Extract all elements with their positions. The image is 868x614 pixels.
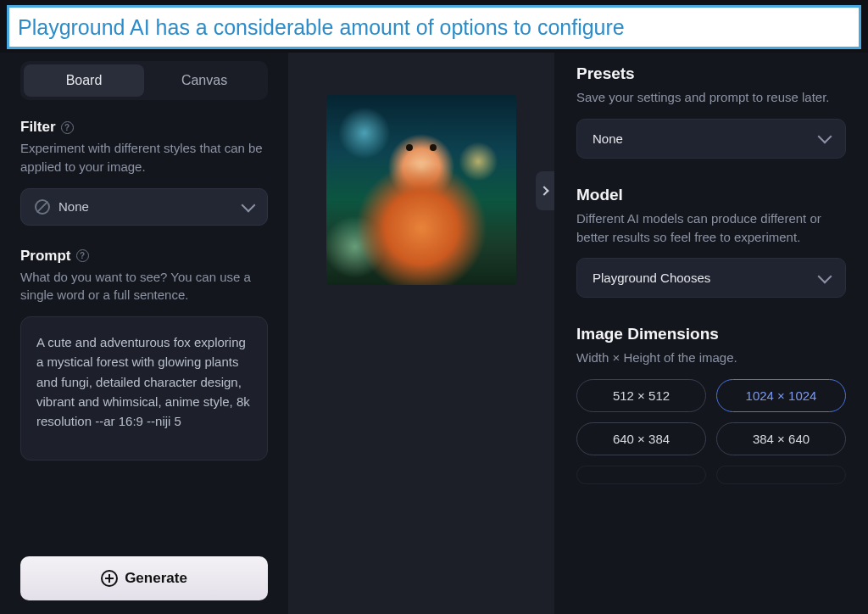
dimension-option-5[interactable] <box>716 466 846 484</box>
model-dropdown[interactable]: Playground Chooses <box>576 258 846 298</box>
filter-desc: Experiment with different styles that ca… <box>20 139 268 176</box>
filter-dropdown-left: None <box>35 199 89 215</box>
model-section: Model Different AI models can produce di… <box>576 186 846 299</box>
right-panel: Presets Save your settings and prompt to… <box>554 53 868 614</box>
help-icon[interactable]: ? <box>61 121 74 134</box>
left-panel: Board Canvas Filter ? Experiment with di… <box>0 53 288 614</box>
chevron-down-icon <box>242 198 256 212</box>
annotation-banner: Playground AI has a considerable amount … <box>7 5 861 49</box>
annotation-text: Playground AI has a considerable amount … <box>18 15 625 40</box>
tab-canvas-label: Canvas <box>181 73 227 87</box>
prompt-title: Prompt <box>20 248 71 265</box>
dimension-option-2[interactable]: 640 × 384 <box>576 422 706 455</box>
dimensions-title: Image Dimensions <box>576 325 846 343</box>
dimensions-desc: Width × Height of the image. <box>576 349 846 367</box>
filter-value: None <box>58 199 89 214</box>
generated-image[interactable] <box>326 95 516 285</box>
dimension-option-1[interactable]: 1024 × 1024 <box>716 379 846 412</box>
dimension-option-0[interactable]: 512 × 512 <box>576 379 706 412</box>
canvas-area <box>288 53 554 614</box>
prompt-label-row: Prompt ? <box>20 248 268 265</box>
filter-title: Filter <box>20 119 56 136</box>
generate-label: Generate <box>125 570 187 587</box>
model-desc: Different AI models can produce differen… <box>576 209 846 247</box>
chevron-down-icon <box>818 130 832 144</box>
presets-value: None <box>593 131 623 146</box>
prompt-input[interactable]: A cute and adventurous fox exploring a m… <box>20 316 268 460</box>
expand-right-panel-button[interactable] <box>536 171 554 210</box>
filter-dropdown[interactable]: None <box>20 188 268 226</box>
app-frame: Board Canvas Filter ? Experiment with di… <box>0 0 868 614</box>
dimension-option-3[interactable]: 384 × 640 <box>716 422 846 455</box>
chevron-down-icon <box>818 269 832 283</box>
dimensions-grid: 512 × 512 1024 × 1024 640 × 384 384 × 64… <box>576 379 846 484</box>
presets-dropdown[interactable]: None <box>576 119 846 159</box>
help-icon[interactable]: ? <box>76 249 89 262</box>
none-icon <box>35 199 50 215</box>
prompt-desc: What do you want to see? You can use a s… <box>20 268 268 305</box>
tab-board[interactable]: Board <box>24 64 144 97</box>
presets-title: Presets <box>576 64 846 83</box>
generate-button[interactable]: Generate <box>20 556 268 600</box>
tab-board-label: Board <box>66 73 103 87</box>
chevron-right-icon <box>539 186 548 195</box>
plus-circle-icon <box>101 570 118 587</box>
filter-label-row: Filter ? <box>20 119 268 136</box>
dimension-option-4[interactable] <box>576 466 706 484</box>
model-value: Playground Chooses <box>593 271 710 285</box>
presets-desc: Save your settings and prompt to reuse l… <box>576 88 846 107</box>
view-tabs: Board Canvas <box>20 61 268 100</box>
dimensions-section: Image Dimensions Width × Height of the i… <box>576 325 846 484</box>
tab-canvas[interactable]: Canvas <box>144 64 264 97</box>
model-title: Model <box>576 186 846 204</box>
presets-section: Presets Save your settings and prompt to… <box>576 64 846 159</box>
